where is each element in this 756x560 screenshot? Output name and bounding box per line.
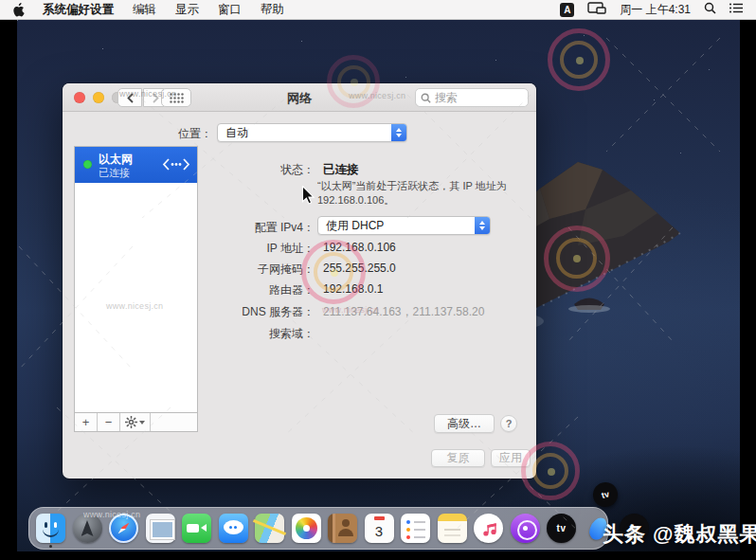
dock: 3 tv tv	[28, 507, 608, 550]
subnet-mask-label: 子网掩码：	[214, 262, 315, 278]
chevron-down-icon	[139, 421, 145, 425]
notification-center-icon[interactable]	[729, 3, 743, 16]
menu-item-app[interactable]: 系统偏好设置	[33, 0, 123, 20]
status-label: 状态：	[214, 162, 315, 178]
gear-icon	[125, 416, 137, 428]
ethernet-icon	[162, 157, 190, 175]
mail-icon	[146, 514, 175, 543]
menu-bar: 系统偏好设置 编辑 显示 窗口 帮助 A 周一 上午4:31	[0, 0, 756, 20]
reminders-icon	[401, 514, 430, 543]
services-list: 以太网 已连接	[74, 146, 198, 413]
dock-podcasts[interactable]	[510, 511, 541, 547]
ipv4-select[interactable]: 使用 DHCP	[317, 216, 491, 235]
display-mirroring-icon[interactable]	[587, 2, 606, 17]
ip-address-value: 192.168.0.106	[323, 241, 396, 254]
spotlight-search-icon[interactable]	[704, 2, 716, 17]
wallpaper-stars	[17, 20, 18, 21]
advanced-button[interactable]: 高级…	[434, 414, 495, 433]
input-source-icon[interactable]: A	[560, 3, 574, 17]
menu-item-help[interactable]: 帮助	[251, 0, 294, 20]
status-description: “以太网”当前处于活跃状态，其 IP 地址为 192.168.0.106。	[317, 179, 545, 208]
apple-menu-icon[interactable]	[13, 3, 26, 17]
window-search-field[interactable]	[415, 88, 529, 107]
calendar-icon: 3	[365, 514, 394, 543]
dock-notes[interactable]	[437, 511, 468, 547]
search-domain-label: 搜索域：	[214, 326, 315, 342]
notes-icon	[438, 514, 467, 543]
status-value: 已连接	[323, 162, 359, 178]
ip-address-row: IP 地址： 192.168.0.106	[214, 241, 531, 257]
search-icon	[421, 93, 431, 103]
remove-service-button[interactable]: −	[98, 413, 120, 431]
apple-tv-icon: tv	[547, 514, 576, 543]
dock-maps[interactable]	[254, 511, 285, 547]
photos-icon	[292, 514, 321, 543]
network-preferences-window: 网络 位置： 自动 以太网 已连接 + −	[63, 83, 536, 479]
service-actions-bar: + −	[74, 412, 198, 432]
dock-messages[interactable]	[218, 511, 249, 547]
search-domain-row: 搜索域：	[214, 326, 531, 342]
calendar-day: 3	[375, 524, 383, 538]
screen: 系统偏好设置 编辑 显示 窗口 帮助 A 周一 上午4:31	[0, 0, 756, 560]
ip-address-label: IP 地址：	[214, 241, 315, 257]
location-label: 位置：	[153, 126, 212, 142]
podcasts-icon	[511, 514, 540, 543]
dns-value: 211.137.64.163，211.137.58.20	[323, 304, 484, 320]
search-input[interactable]	[435, 91, 515, 104]
add-service-button[interactable]: +	[75, 413, 98, 431]
facetime-icon	[182, 514, 211, 543]
select-stepper-icon	[475, 217, 490, 234]
location-value: 自动	[218, 125, 391, 141]
dock-tv[interactable]: tv	[546, 511, 577, 547]
maps-icon	[255, 514, 284, 543]
menu-bar-clock[interactable]: 周一 上午4:31	[620, 2, 691, 18]
subnet-mask-value: 255.255.255.0	[323, 262, 396, 275]
router-label: 路由器：	[214, 282, 315, 298]
messages-icon	[219, 514, 248, 543]
watermark-credit-text: 头条 @魏叔黑果	[603, 520, 756, 549]
dock-contacts[interactable]	[327, 511, 358, 547]
help-button[interactable]: ?	[500, 415, 517, 432]
dock-launchpad[interactable]	[72, 511, 103, 547]
running-indicator	[49, 545, 52, 548]
music-icon	[474, 514, 503, 543]
router-row: 路由器： 192.168.0.1	[214, 282, 531, 298]
dock-facetime[interactable]	[181, 511, 212, 547]
window-titlebar[interactable]: 网络	[63, 83, 536, 112]
menu-item-edit[interactable]: 编辑	[123, 0, 166, 20]
service-options-button[interactable]	[120, 413, 151, 431]
finder-icon	[36, 514, 65, 543]
mouse-cursor	[301, 186, 315, 205]
subnet-mask-row: 子网掩码： 255.255.255.0	[214, 262, 531, 278]
status-row: 状态： 已连接	[214, 162, 531, 178]
dock-photos[interactable]	[291, 511, 322, 547]
contacts-icon	[328, 514, 357, 543]
menu-item-window[interactable]: 窗口	[208, 0, 251, 20]
ipv4-value: 使用 DHCP	[318, 218, 475, 234]
ipv4-label: 配置 IPv4：	[214, 220, 315, 236]
router-value: 192.168.0.1	[323, 282, 383, 296]
dock-mail[interactable]	[145, 511, 176, 547]
select-stepper-icon	[391, 124, 406, 141]
safari-icon	[109, 514, 138, 543]
dock-music[interactable]	[473, 511, 504, 547]
service-item-ethernet[interactable]: 以太网 已连接	[75, 147, 197, 183]
dock-calendar[interactable]: 3	[364, 511, 395, 547]
apply-button[interactable]: 应用	[491, 449, 531, 467]
dock-reminders[interactable]	[400, 511, 431, 547]
location-select[interactable]: 自动	[217, 123, 407, 142]
connection-status-dot	[83, 160, 92, 169]
dns-label: DNS 服务器：	[214, 304, 315, 320]
dns-row: DNS 服务器： 211.137.64.163，211.137.58.20	[214, 304, 531, 320]
service-status: 已连接	[99, 166, 130, 180]
menu-item-view[interactable]: 显示	[166, 0, 208, 20]
dock-finder[interactable]	[35, 511, 66, 547]
dock-safari[interactable]	[108, 511, 139, 547]
revert-button[interactable]: 复原	[431, 449, 485, 467]
launchpad-icon	[73, 514, 102, 543]
